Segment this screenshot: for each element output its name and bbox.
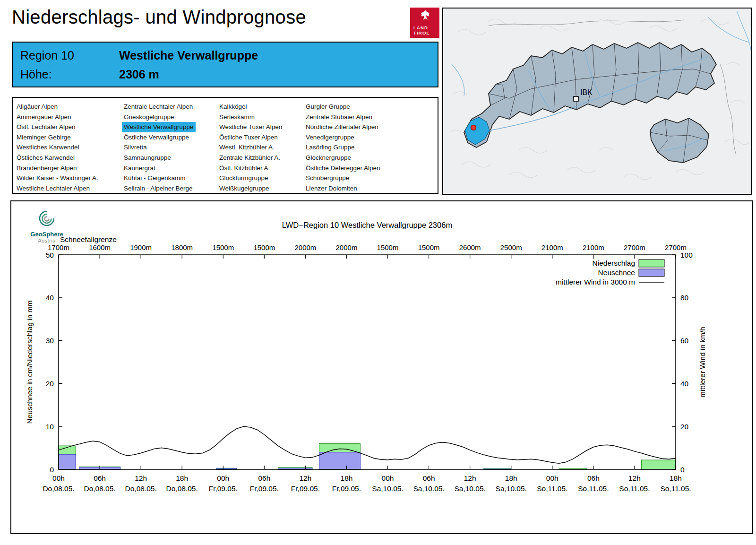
xtick-time-label: 00h — [217, 474, 229, 482]
xtick-date-label: So,11.05. — [660, 484, 691, 493]
region-item[interactable]: Westliche Lechtaler Alpen — [17, 183, 90, 194]
region-item[interactable]: Kalkkögel — [219, 102, 247, 112]
snowline-value: 2700m — [624, 243, 645, 251]
snowline-value: 2500m — [500, 243, 522, 251]
snowline-value: 1500m — [418, 243, 440, 251]
region-item[interactable]: Östliche Deferegger Alpen — [306, 163, 380, 173]
ytick-right-label: 80 — [680, 294, 689, 302]
xtick-time-label: 06h — [94, 474, 106, 482]
ytick-right-label: 20 — [680, 423, 689, 431]
legend-swatch-1 — [639, 269, 664, 277]
ytick-right-label: 40 — [680, 380, 689, 388]
ytick-left-label: 20 — [46, 380, 54, 388]
region-header: Region 10 Westliche Verwallgruppe Höhe: … — [12, 42, 438, 87]
region-item[interactable]: Östl. Lechtaler Alpen — [17, 122, 76, 132]
region-item[interactable]: Ammergauer Alpen — [17, 112, 71, 122]
tirol-overview-map: IBK — [442, 8, 752, 195]
xtick-date-label: Sa,10.05. — [372, 484, 403, 493]
xtick-date-label: Do,08.05. — [43, 484, 74, 493]
region-list-column: Gurgler GruppeZentrale Stubaier AlpenNör… — [306, 102, 380, 193]
region-item[interactable]: Gurgler Gruppe — [306, 102, 350, 112]
bars-group — [59, 444, 676, 469]
region-item[interactable]: Zentrale Kitzbühler A. — [219, 153, 280, 163]
legend-label: Neuschnee — [598, 268, 635, 277]
region-item[interactable]: Weißkugelgruppe — [219, 183, 269, 194]
region-item[interactable]: Grieskogelgruppe — [124, 112, 174, 122]
region-item[interactable]: Lasörling Gruppe — [306, 142, 355, 153]
region-item[interactable]: Östliche Tuxer Alpen — [219, 132, 278, 143]
snowline-value: 2000m — [336, 243, 358, 251]
altitude-value: 2306 m — [119, 68, 159, 81]
snowline-value: 1500m — [253, 243, 275, 251]
region-item[interactable]: Nördliche Zillertaler Alpen — [306, 122, 378, 132]
region-item[interactable]: Schobergruppe — [306, 173, 349, 183]
page-title: Niederschlags- und Windprognose — [12, 7, 306, 28]
region-item[interactable]: Zentrale Lechtaler Alpen — [124, 102, 193, 112]
geosphere-country: Austria — [26, 238, 68, 243]
region-item[interactable]: Östl. Kitzbühler A. — [219, 163, 270, 173]
region-item[interactable]: Allgäuer Alpen — [17, 102, 58, 112]
snowline-value: 1500m — [212, 243, 234, 251]
land-tirol-logo-line1: LAND — [413, 26, 430, 31]
plot-frame — [59, 255, 676, 469]
xtick-date-label: So,11.05. — [537, 484, 567, 493]
snowline-value: 2000m — [294, 243, 316, 251]
region-item[interactable]: Silvretta — [124, 142, 147, 153]
region-item[interactable]: Westl. Kitzbühler A. — [219, 142, 275, 153]
snowline-value: 1500m — [377, 243, 399, 251]
region-selector: Allgäuer AlpenAmmergauer AlpenÖstl. Lech… — [12, 97, 438, 194]
snowline-value: 1700m — [48, 243, 69, 251]
region-item[interactable]: Östliches Karwendel — [17, 153, 75, 163]
precip-bar — [641, 460, 676, 469]
region-label: Region 10 — [20, 49, 74, 62]
xtick-time-label: 18h — [670, 474, 682, 482]
region-item[interactable]: Mieminger Gebirge — [17, 132, 71, 143]
region-item-selected[interactable]: Westliche Verwallgruppe — [122, 122, 196, 132]
snowline-value: 1800m — [171, 243, 193, 251]
region-item[interactable]: Westliches Karwendel — [17, 142, 79, 153]
xtick-date-label: Sa,10.05. — [413, 484, 444, 493]
region-item[interactable]: Kaunergrat — [124, 163, 155, 173]
region-item[interactable]: Glocknergruppe — [306, 153, 351, 163]
tirol-map-svg: IBK — [443, 9, 751, 194]
y-axis-left-title: Neuschnee in cm/Niederschlag in mm — [26, 300, 34, 424]
region-item[interactable]: Samnaungruppe — [124, 153, 171, 163]
region-item[interactable]: Glockturmgruppe — [219, 173, 268, 183]
region-item[interactable]: Serleskamm — [219, 112, 255, 122]
region-item[interactable]: Östliche Verwallgruppe — [124, 132, 189, 143]
xtick-date-label: Fr,09.05. — [332, 484, 361, 493]
snowline-value: 2600m — [459, 243, 481, 251]
region-item[interactable]: Westliche Tuxer Alpen — [219, 122, 282, 132]
location-marker-dot — [471, 125, 476, 130]
ytick-right-label: 60 — [680, 337, 689, 345]
region-item[interactable]: Wilder Kaiser - Waidringer A. — [17, 173, 98, 183]
region-item[interactable]: Lienzer Dolomiten — [306, 183, 357, 194]
page: { "page": { "title": "Niederschlags- und… — [0, 0, 756, 545]
xtick-date-label: Do,08.05. — [166, 484, 198, 493]
region-item[interactable]: Venedigergruppe — [306, 132, 354, 143]
region-item[interactable]: Kühtai - Geigenkamm — [124, 173, 186, 183]
ytick-left-label: 50 — [46, 251, 54, 259]
xtick-date-label: Sa,10.05. — [454, 484, 485, 493]
xtick-time-label: 18h — [341, 474, 353, 482]
tick-marks — [59, 255, 676, 469]
forecast-chart: LWD−Region 10 Westliche Verwallgruppe 23… — [11, 201, 752, 533]
legend-label: Niederschlag — [593, 259, 635, 267]
xtick-time-label: 18h — [176, 474, 188, 482]
ibk-marker — [574, 96, 578, 101]
ytick-left-label: 30 — [46, 337, 54, 345]
geosphere-logo: GeoSphere Austria — [26, 209, 68, 243]
region-item[interactable]: Brandenberger Alpen — [17, 163, 77, 173]
ytick-right-label: 100 — [680, 251, 693, 259]
region-item[interactable]: Sellrain - Alpeiner Berge — [124, 183, 193, 194]
xtick-date-label: So,11.05. — [578, 484, 609, 493]
xtick-date-label: Do,08.05. — [125, 484, 157, 493]
region-list-column: Zentrale Lechtaler AlpenGrieskogelgruppe… — [124, 102, 196, 193]
wind-line — [59, 426, 676, 463]
region-item[interactable]: Zentrale Stubaier Alpen — [306, 112, 372, 122]
snowline-label: Schneefallgrenze — [60, 235, 117, 243]
snow-bar — [319, 452, 360, 469]
tirol-eagle-icon — [418, 9, 432, 22]
snowline-value: 2100m — [583, 243, 604, 251]
chart-title: LWD−Region 10 Westliche Verwallgruppe 23… — [282, 221, 452, 229]
